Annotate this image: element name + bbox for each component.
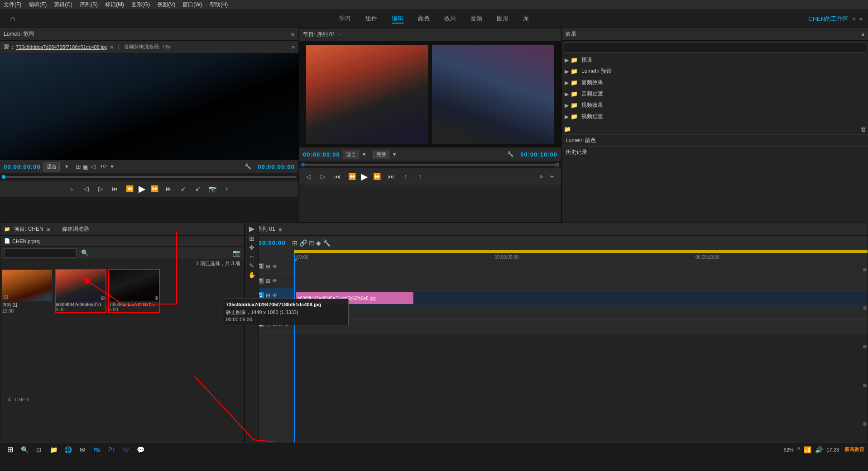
tool-hand[interactable]: ✋ xyxy=(248,271,256,278)
prog-in-point[interactable]: ◁ xyxy=(303,171,314,182)
prog-add-btn[interactable]: + xyxy=(547,171,557,182)
taskbar-mail[interactable]: ✉ xyxy=(76,443,89,456)
source-timecode[interactable]: 00:00:00:00 xyxy=(4,163,41,170)
nav-color[interactable]: 颜色 xyxy=(418,14,430,24)
source-file-menu[interactable]: ≡ xyxy=(110,44,113,50)
thumb-b03[interactable]: ⊞ b03f8ff442ed6bf6a31d... 5:00 xyxy=(56,270,106,312)
project-search[interactable] xyxy=(4,248,77,257)
program-playbar-track[interactable] xyxy=(301,164,559,166)
menu-marker[interactable]: 标记(M) xyxy=(105,1,124,9)
source-camera-btn[interactable]: 📷 xyxy=(207,183,218,194)
program-menu[interactable]: ≡ xyxy=(338,32,340,38)
nav-learn[interactable]: 学习 xyxy=(339,14,351,24)
effects-search-input[interactable] xyxy=(564,43,866,52)
menu-help[interactable]: 帮助(H) xyxy=(210,1,228,9)
timeline-linked-icon[interactable]: ⊡ xyxy=(309,239,314,247)
source-playbar[interactable] xyxy=(0,173,299,181)
menu-clip[interactable]: 剪辑(C) xyxy=(54,1,72,9)
source-add-marker[interactable]: ⬦ xyxy=(66,183,77,194)
lumetri-expand[interactable]: » xyxy=(291,30,295,38)
a1-sync-icon[interactable]: ⊞ xyxy=(266,307,271,313)
prog-goto-out[interactable]: ⏭ xyxy=(386,171,397,182)
thumb-sequence[interactable]: ⊞ 序列 01 10:00 xyxy=(2,270,52,314)
tray-net-icon[interactable]: 📶 xyxy=(804,446,811,453)
effects-cat-audio-effects[interactable]: ▶ 📁 音频效果 xyxy=(562,77,868,88)
prog-expand-icon[interactable]: » xyxy=(540,173,543,180)
taskbar-word[interactable]: W xyxy=(120,443,132,456)
taskbar-search[interactable]: 🔍 xyxy=(18,443,31,456)
source-out-point[interactable]: ▷ xyxy=(95,183,106,194)
tool-move[interactable]: ✥ xyxy=(249,244,254,251)
source-fit-chevron[interactable]: ▼ xyxy=(64,164,69,169)
source-playbar-thumb[interactable] xyxy=(2,175,5,179)
program-playbar-end[interactable] xyxy=(556,163,559,167)
taskbar-file-explorer[interactable]: 📁 xyxy=(47,443,60,456)
nav-effects[interactable]: 效果 xyxy=(444,14,456,24)
tool-expand[interactable]: ↔ xyxy=(249,253,255,260)
nav-edit[interactable]: 编辑 xyxy=(392,14,403,24)
prog-next-frame[interactable]: ⏩ xyxy=(371,171,382,182)
v3-sync-icon[interactable]: ⊞ xyxy=(266,263,270,270)
proj-search-icon[interactable]: 🔍 xyxy=(81,249,89,257)
nav-assembly[interactable]: 组件 xyxy=(365,14,377,24)
taskbar-premiere[interactable]: Pr xyxy=(105,443,118,456)
effects-delete-icon[interactable]: 🗑 xyxy=(860,126,866,133)
resize-handle-4[interactable] xyxy=(863,384,867,387)
program-playbar[interactable] xyxy=(299,161,561,168)
resize-handle-3[interactable] xyxy=(863,345,867,348)
v1-sync-icon[interactable]: ⊞ xyxy=(266,292,270,299)
source-expand[interactable]: » xyxy=(292,43,295,50)
resize-handle-5[interactable] xyxy=(863,422,867,426)
menu-edit[interactable]: 编辑(E) xyxy=(29,1,47,9)
project-menu-btn[interactable]: ≡ xyxy=(47,227,50,232)
source-prev-frame[interactable]: ⏪ xyxy=(124,183,135,194)
v2-eye-icon[interactable]: 👁 xyxy=(272,278,278,284)
workspace-menu-icon[interactable]: ≡ xyxy=(852,15,856,22)
effects-search-area[interactable] xyxy=(562,41,868,54)
prog-lift-btn[interactable]: ↑ xyxy=(400,171,411,182)
prog-play-btn[interactable]: ▶ xyxy=(361,171,368,182)
clip-b03[interactable]: b03f8ff442ed6bf6a31dcb5c60fc6e8.jpg xyxy=(296,292,413,304)
tray-up-icon[interactable]: ^ xyxy=(797,446,801,453)
nav-graphics[interactable]: 图形 xyxy=(497,14,508,24)
effects-panel-menu[interactable]: ≡ xyxy=(862,32,864,37)
source-wrench-icon[interactable]: 🔧 xyxy=(245,163,251,170)
source-next-frame[interactable]: ⏩ xyxy=(149,183,160,194)
a2-mic-icon[interactable]: 🎙 xyxy=(284,321,290,328)
audio-mixer-label[interactable]: 音频剪辑混合器: 735 xyxy=(124,43,170,50)
taskbar-taskview[interactable]: ⊡ xyxy=(33,443,45,456)
source-goto-out[interactable]: ⏭ xyxy=(163,183,174,194)
tool-ripple[interactable]: ⊞ xyxy=(249,235,254,242)
effects-cat-video-trans[interactable]: ▶ 📁 视频过渡 xyxy=(562,111,868,122)
timeline-menu-btn[interactable]: ≡ xyxy=(279,227,282,232)
source-add-btn[interactable]: + xyxy=(221,183,232,194)
home-button[interactable]: ⌂ xyxy=(5,12,20,26)
source-play-btn[interactable]: ▶ xyxy=(139,183,145,194)
menu-sequence[interactable]: 序列(S) xyxy=(80,1,98,9)
timeline-snapping-icon[interactable]: 🔗 xyxy=(299,239,307,247)
timeline-settings-btn[interactable]: 🔧 xyxy=(323,239,331,247)
effects-new-bin-icon[interactable]: 📁 xyxy=(564,126,571,133)
program-fit-dropdown[interactable]: 适合 xyxy=(343,150,359,159)
program-fit-chevron[interactable]: ▼ xyxy=(362,152,367,157)
menu-file[interactable]: 文件(F) xyxy=(4,1,21,9)
prog-out-point[interactable]: ▷ xyxy=(317,171,328,182)
timeline-marker-btn[interactable]: ◆ xyxy=(316,239,321,247)
workspace-label[interactable]: CHEN的工作区 xyxy=(808,15,849,23)
resize-handle-2[interactable] xyxy=(863,306,867,310)
effects-cat-audio-trans[interactable]: ▶ 📁 音频过渡 xyxy=(562,88,868,100)
workspace-expand-icon[interactable]: » xyxy=(859,15,863,22)
source-btn2[interactable]: ▣ xyxy=(83,163,89,170)
work-area-bar[interactable] xyxy=(294,250,868,253)
prog-goto-in[interactable]: ⏮ xyxy=(332,171,343,182)
resize-handle-1[interactable] xyxy=(863,268,867,271)
v1-eye-icon[interactable]: 👁 xyxy=(272,292,278,299)
menu-graphic[interactable]: 图形(G) xyxy=(131,1,150,9)
taskbar-windows[interactable]: ⊞ xyxy=(4,443,16,456)
effects-cat-video-effects[interactable]: ▶ 📁 视频效果 xyxy=(562,100,868,111)
source-insert-btn[interactable]: ↙ xyxy=(178,183,189,194)
proj-camera-icon[interactable]: 📷 xyxy=(233,249,240,257)
source-overwrite-btn[interactable]: ↙ xyxy=(192,183,203,194)
taskbar-edge[interactable]: 🌐 xyxy=(62,443,74,456)
a1-mic-icon[interactable]: 🎙 xyxy=(284,307,290,313)
